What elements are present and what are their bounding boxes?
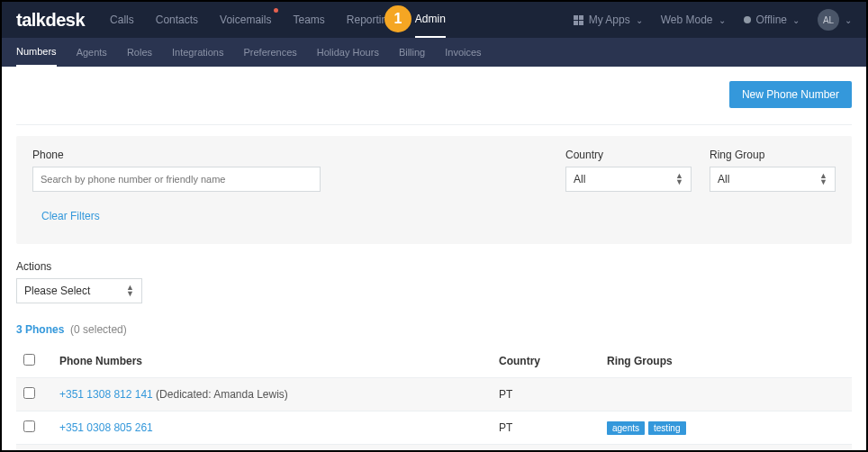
webmode-label: Web Mode [661,14,713,26]
nav-voicemails[interactable]: Voicemails [220,3,271,37]
chevron-down-icon: ⌄ [719,15,726,25]
ringgroup-select-value: All [718,173,729,185]
phone-note: (Dedicated: Amanda Lewis) [153,388,288,401]
country-select-value: All [574,173,585,185]
selected-count: (0 selected) [70,323,127,336]
nav-voicemails-label: Voicemails [220,14,271,26]
nav-contacts[interactable]: Contacts [156,3,198,37]
user-menu[interactable]: AL ⌄ [818,9,852,31]
nav-teams[interactable]: Teams [293,3,324,37]
actions-label: Actions [16,260,852,273]
subnav-numbers[interactable]: Numbers [16,38,57,67]
phone-search-input[interactable] [32,167,321,192]
table-row: +351 1308 812 141 (Dedicated: Amanda Lew… [16,378,852,411]
admin-subnav: Numbers Agents Roles Integrations Prefer… [2,38,866,67]
step-badge: 1 [384,5,411,32]
ringgroups-cell: agentsenterprise sales [600,445,852,453]
phone-filter-label: Phone [32,149,547,161]
myapps-label: My Apps [589,14,630,26]
myapps-menu[interactable]: My Apps ⌄ [574,14,643,26]
presence-menu[interactable]: Offline ⌄ [744,14,800,26]
col-phone-header: Phone Numbers [52,345,492,378]
select-arrows-icon: ▲▼ [675,173,683,185]
country-select[interactable]: All ▲▼ [565,167,692,192]
new-phone-number-button[interactable]: New Phone Number [729,81,852,108]
ringgroup-filter-label: Ring Group [710,149,836,161]
filter-panel: Phone Country All ▲▼ Ring Group All ▲▼ C… [16,136,852,244]
offline-dot-icon [744,16,751,23]
chevron-down-icon: ⌄ [792,15,800,25]
nav-calls[interactable]: Calls [110,3,134,37]
phone-link[interactable]: +351 1308 812 141 [59,388,153,401]
col-ringgroups-header: Ring Groups [600,345,852,378]
ringgroup-tag[interactable]: agents [607,421,645,435]
apps-grid-icon [574,15,583,25]
table-row: +351 0308 805 261PTagentstesting [16,411,852,445]
country-cell: PT [492,411,600,445]
row-checkbox[interactable] [23,387,35,399]
results-summary: 3 Phones (0 selected) [16,323,852,336]
country-filter-label: Country [565,149,692,161]
brand-logo: talkdesk [16,10,85,31]
voicemails-indicator-icon [274,8,278,13]
subnav-integrations[interactable]: Integrations [172,39,223,66]
subnav-agents[interactable]: Agents [77,39,107,66]
divider [16,124,852,125]
phone-link[interactable]: +351 0308 805 261 [59,421,153,434]
presence-label: Offline [756,14,787,26]
chevron-down-icon: ⌄ [636,15,643,25]
select-arrows-icon: ▲▼ [126,285,134,297]
subnav-holiday-hours[interactable]: Holiday Hours [317,39,379,66]
country-cell: US [492,445,600,453]
top-nav: Calls Contacts Voicemails Teams Reportin… [110,2,574,38]
actions-select-value: Please Select [24,285,90,297]
topbar: talkdesk Calls Contacts Voicemails Teams… [2,2,866,38]
ringgroup-select[interactable]: All ▲▼ [710,167,836,192]
clear-filters-link[interactable]: Clear Filters [41,210,100,222]
table-row: +1 0352-553-1321USagentsenterprise sales [16,445,852,453]
subnav-preferences[interactable]: Preferences [243,39,296,66]
actions-block: Actions Please Select ▲▼ [16,260,852,303]
topbar-right: My Apps ⌄ Web Mode ⌄ Offline ⌄ AL ⌄ [574,9,852,31]
row-checkbox[interactable] [23,420,35,432]
phones-count[interactable]: 3 Phones [16,323,64,336]
subnav-roles[interactable]: Roles [127,39,152,66]
subnav-billing[interactable]: Billing [399,39,425,66]
phones-table: Phone Numbers Country Ring Groups +351 1… [16,345,852,452]
ringgroup-tag[interactable]: testing [648,421,685,435]
chevron-down-icon: ⌄ [845,15,852,25]
select-arrows-icon: ▲▼ [819,173,827,185]
col-country-header: Country [492,345,600,378]
select-all-checkbox[interactable] [23,354,35,366]
content: New Phone Number Phone Country All ▲▼ Ri… [2,67,866,452]
avatar: AL [818,9,839,31]
nav-admin[interactable]: Admin [415,2,446,38]
webmode-menu[interactable]: Web Mode ⌄ [661,14,726,26]
ringgroups-cell: agentstesting [600,411,852,445]
ringgroups-cell [600,378,852,411]
actions-select[interactable]: Please Select ▲▼ [16,278,142,303]
subnav-invoices[interactable]: Invoices [445,39,481,66]
country-cell: PT [492,378,600,411]
